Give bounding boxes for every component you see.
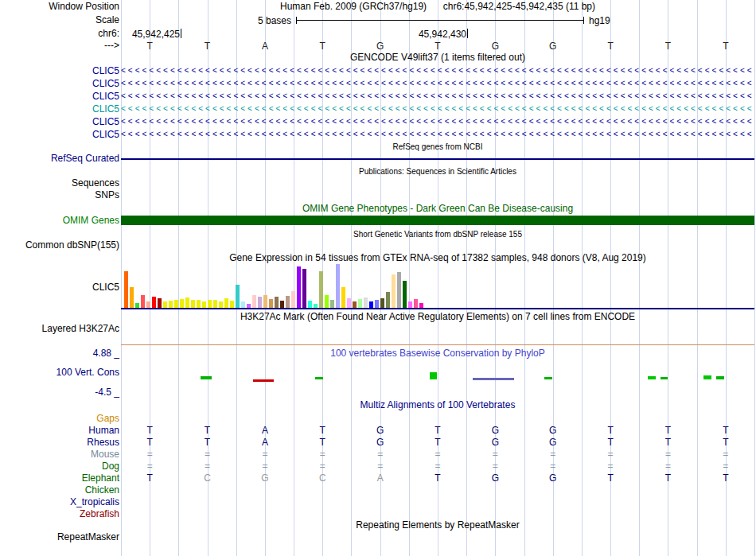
align-base: T bbox=[582, 437, 639, 448]
genome-browser: Window Position Human Feb. 2009 (GRCh37/… bbox=[0, 0, 756, 556]
align-base: T bbox=[121, 437, 178, 448]
align-base: C bbox=[178, 472, 236, 484]
species-label[interactable]: Gaps bbox=[96, 413, 119, 424]
align-base: = bbox=[294, 461, 351, 472]
align-base: T bbox=[582, 425, 639, 436]
align-base: C bbox=[294, 472, 351, 484]
align-base: = bbox=[236, 449, 294, 460]
species-label[interactable]: Mouse bbox=[91, 449, 119, 460]
align-base: G bbox=[524, 472, 582, 484]
species-label[interactable]: Zebrafish bbox=[80, 508, 119, 519]
align-base: = bbox=[178, 449, 236, 460]
align-base: T bbox=[582, 472, 639, 484]
align-base: = bbox=[639, 461, 696, 472]
align-base: T bbox=[121, 472, 178, 484]
align-base: G bbox=[351, 425, 408, 436]
align-base: = bbox=[639, 449, 696, 460]
align-base: = bbox=[178, 461, 236, 472]
align-base: G bbox=[466, 472, 524, 484]
multiz-track: GapsHumanTTATGTGGTTTRhesusTTATGTGGTTTMou… bbox=[0, 0, 756, 556]
align-base: T bbox=[409, 437, 466, 448]
align-base: = bbox=[409, 449, 466, 460]
align-base: = bbox=[524, 449, 582, 460]
align-base: = bbox=[466, 449, 524, 460]
align-base: G bbox=[466, 437, 524, 448]
species-label[interactable]: Chicken bbox=[85, 484, 119, 496]
species-label[interactable]: Elephant bbox=[82, 472, 119, 484]
align-base: G bbox=[524, 425, 582, 436]
align-base: = bbox=[524, 461, 582, 472]
align-base: G bbox=[236, 472, 294, 484]
align-base: T bbox=[639, 472, 696, 484]
align-base: T bbox=[121, 425, 178, 436]
align-base: G bbox=[351, 437, 408, 448]
align-base: T bbox=[178, 425, 236, 436]
align-base: = bbox=[294, 449, 351, 460]
align-base: A bbox=[236, 437, 294, 448]
repeatmasker-label[interactable]: RepeatMasker bbox=[57, 532, 119, 542]
align-base: = bbox=[121, 461, 178, 472]
align-base: A bbox=[236, 425, 294, 436]
align-base: T bbox=[294, 425, 351, 436]
align-base: = bbox=[697, 461, 754, 472]
align-base: T bbox=[639, 425, 696, 436]
species-label[interactable]: Human bbox=[88, 425, 119, 436]
align-base: T bbox=[697, 472, 754, 484]
align-base: T bbox=[294, 437, 351, 448]
align-base: T bbox=[639, 437, 696, 448]
species-label[interactable]: Rhesus bbox=[87, 437, 119, 448]
align-base: = bbox=[351, 449, 408, 460]
repeatmasker-title: Repeating Elements by RepeatMasker bbox=[121, 520, 754, 531]
align-base: T bbox=[697, 425, 754, 436]
align-base: T bbox=[409, 472, 466, 484]
species-label[interactable]: Dog bbox=[102, 461, 119, 472]
align-base: = bbox=[121, 449, 178, 460]
align-base: = bbox=[697, 449, 754, 460]
align-base: T bbox=[409, 425, 466, 436]
align-base: A bbox=[351, 472, 408, 484]
align-base: = bbox=[351, 461, 408, 472]
align-base: = bbox=[582, 461, 639, 472]
align-base: = bbox=[466, 461, 524, 472]
align-base: T bbox=[697, 437, 754, 448]
align-base: = bbox=[409, 461, 466, 472]
align-base: T bbox=[178, 437, 236, 448]
align-base: = bbox=[236, 461, 294, 472]
align-base: G bbox=[466, 425, 524, 436]
species-label[interactable]: X_tropicalis bbox=[70, 496, 119, 507]
align-base: G bbox=[524, 437, 582, 448]
align-base: = bbox=[582, 449, 639, 460]
